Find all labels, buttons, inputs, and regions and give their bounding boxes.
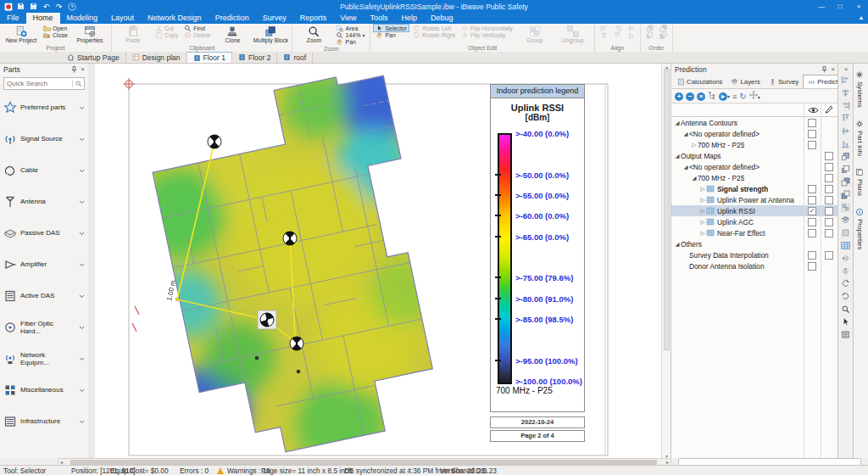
tab-layers[interactable]: Layers [726,75,764,88]
ribbon-clone-button[interactable]: Clone [214,25,250,44]
antenna-marker[interactable] [283,232,297,245]
menu-tab-help[interactable]: Help [395,13,425,24]
equipment-dot[interactable] [297,370,301,374]
tree-row-others[interactable]: ◢Others [671,238,838,249]
ribbon-group-button[interactable]: Group [517,25,553,44]
rail-tool-align-left-icon[interactable] [841,75,851,86]
tree-row-700-mhz-p25[interactable]: ◢700 MHz - P25 [671,172,838,183]
expander-icon[interactable]: ◢ [682,164,689,170]
rail-tool-infrastructure-icon[interactable] [841,330,851,340]
tree-row-signal-strength[interactable]: ▷Signal strength [671,183,838,194]
cancel-circle-icon[interactable]: × [697,91,705,101]
expander-icon[interactable]: ◢ [674,241,681,248]
ribbon-new-project-button[interactable]: New Project [3,25,39,44]
visibility-checkbox[interactable] [808,229,816,238]
visibility-checkbox[interactable] [808,262,816,271]
antenna-marker-selected[interactable] [258,310,276,329]
sidebar-item-passive-das[interactable]: Passive DAS [0,217,88,249]
equipment-dot[interactable] [255,356,259,360]
menu-tab-network-design[interactable]: Network Design [141,13,209,24]
menu-tab-layout[interactable]: Layout [104,13,141,24]
expander-icon[interactable]: ◢ [691,175,698,182]
visibility-checkbox[interactable] [808,119,816,127]
tab-calculations[interactable]: Calculations [673,75,726,88]
chevron-down-icon[interactable] [79,165,85,175]
expander-icon[interactable]: ▷ [699,219,706,226]
side-tab-part-info[interactable]: Part Info [855,115,864,161]
rail-tool-align-middle-icon[interactable] [841,126,851,137]
side-tab-properties[interactable]: Properties [855,203,864,254]
undo-icon[interactable]: ↶ [42,2,51,11]
edit-checkbox[interactable] [825,196,833,204]
menu-tab-home[interactable]: Home [26,13,60,24]
rail-tool-map-icon[interactable] [841,241,851,251]
ribbon-pan-button[interactable]: Pan [334,38,366,45]
tree-row-uplink-power-at-antenna[interactable]: ▷Uplink Power at Antenna [671,194,838,205]
search-icon[interactable] [72,81,84,87]
sidebar-item-signal-source[interactable]: Signal Source [0,123,88,154]
parts-search-input[interactable] [4,80,72,87]
ribbon-copy-button[interactable]: Copy [153,31,180,38]
visibility-checkbox[interactable] [808,218,816,226]
tree-row-output-maps[interactable]: ◢Output Maps [671,150,838,161]
visibility-checkbox[interactable] [808,185,816,193]
rail-tool-align-bottom-icon[interactable] [841,139,851,149]
chevron-down-icon[interactable] [79,322,85,332]
edit-checkbox[interactable] [825,229,833,238]
hierarchy-icon[interactable] [708,91,716,101]
chevron-down-icon[interactable] [79,228,85,238]
expander-icon[interactable]: ◢ [674,120,681,126]
route-node[interactable] [176,299,179,301]
edit-checkbox[interactable] [825,174,833,182]
chevron-down-icon[interactable] [79,134,85,143]
menu-tab-survey[interactable]: Survey [256,13,293,24]
ribbon-delete-button[interactable]: Delete [182,31,212,38]
sidebar-item-preferred-parts[interactable]: Preferred parts [0,92,88,123]
tree-row-donor-antenna-isolation[interactable]: Donor Antenna Isolation [671,260,838,271]
chevron-down-icon[interactable] [79,260,85,269]
expander-icon[interactable]: ◢ [682,131,689,137]
tree-row-near-far-effect[interactable]: ▷Near-Far Effect [671,227,838,238]
sidebar-item-cable[interactable]: Cable [0,154,88,186]
side-tab-plans[interactable]: Plans [855,163,864,201]
chevron-down-icon[interactable] [79,416,85,426]
visibility-checkbox[interactable]: ✓ [808,207,816,215]
pin-icon[interactable] [821,66,827,73]
ribbon-pan-button[interactable]: Pan [374,31,409,38]
save-all-icon[interactable] [29,2,38,11]
ribbon-ungroup-button[interactable]: Ungroup [555,25,591,44]
edit-checkbox[interactable] [825,163,833,171]
redo-icon[interactable]: ↷ [54,2,64,11]
ribbon-send-backward-button[interactable] [644,31,655,38]
menu-tab-file[interactable]: File [0,13,26,24]
sidebar-item-infrastructure[interactable]: Infrastructure [0,405,88,437]
side-tab-systems[interactable]: Systems [855,65,864,113]
app-icon[interactable] [3,2,13,11]
rail-tool-bring-forward-icon[interactable] [841,152,851,162]
sidebar-item-antenna[interactable]: Antenna [0,186,88,217]
list-icon[interactable]: ≡ [732,92,737,101]
rail-tool-rotate-left-icon[interactable] [841,279,851,289]
expander-icon[interactable]: ▷ [691,142,698,148]
ribbon-send-to-back-button[interactable] [658,31,669,38]
edit-checkbox[interactable] [825,185,833,193]
ribbon-collapse-icon[interactable]: ▴ [860,14,863,21]
tree-row-no-operator-defined[interactable]: ◢<No operator defined> [671,161,838,172]
tree-row-uplink-rssi[interactable]: ▷Uplink RSSI✓ [671,205,838,216]
ribbon-zoom-button[interactable]: Zoom [296,25,331,44]
rail-tool-send-backward-icon[interactable] [841,165,851,175]
ribbon-rotate-right-button[interactable]: Rotate Right [411,31,457,38]
rail-tool-group-icon[interactable] [841,203,851,213]
ribbon-close-button[interactable]: Close [42,31,70,38]
expander-icon[interactable]: ▷ [699,208,706,215]
edit-checkbox[interactable] [825,218,833,226]
rail-tool-bring-to-front-icon[interactable] [841,177,851,187]
expander-icon[interactable]: ▷ [699,186,706,193]
doc-tab-floor-1[interactable]: Floor 1 [187,52,232,63]
sidebar-item-fiber-optic-hard[interactable]: Fiber Optic Hard... [0,311,88,343]
ribbon-flip-vertically-button[interactable]: Flip Vertically [459,31,515,38]
menu-tab-view[interactable]: View [333,13,363,24]
rail-tool-align-right-icon[interactable] [841,101,851,111]
sidebar-item-miscellaneous[interactable]: Miscellaneous [0,374,88,405]
rail-tool-selector-icon[interactable] [841,317,851,327]
